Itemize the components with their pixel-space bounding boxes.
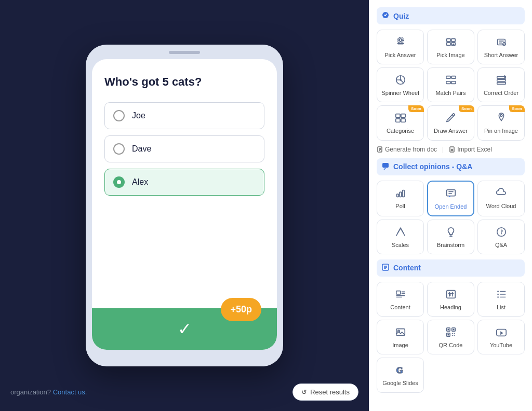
grid-item-content[interactable]: Content <box>377 282 424 317</box>
org-text: organization? Contact us. <box>10 388 87 396</box>
grid-item-google-slides[interactable]: G Google Slides <box>377 358 424 392</box>
heading-label: Heading <box>440 304 461 311</box>
qna-label: Q&A <box>495 242 507 249</box>
left-panel: Who's got 5 cats? Joe Dave Alex ✓ +50p <box>0 0 369 411</box>
svg-rect-23 <box>401 114 405 117</box>
reset-button[interactable]: ↺ Reset results <box>292 383 358 401</box>
svg-text:H: H <box>449 293 451 296</box>
quiz-content: Who's got 5 cats? Joe Dave Alex <box>92 59 277 308</box>
open-ended-icon <box>445 187 457 200</box>
image-label: Image <box>392 342 408 349</box>
phone-footer: ✓ +50p <box>92 308 277 350</box>
import-excel[interactable]: Import Excel <box>449 146 492 153</box>
grid-item-qr-code[interactable]: QR Code <box>427 320 474 354</box>
answer-joe-label: Joe <box>132 111 145 120</box>
google-slides-icon: G <box>395 363 406 377</box>
grid-item-poll[interactable]: Poll <box>377 181 424 216</box>
grid-item-open-ended[interactable]: Open Ended <box>427 181 474 216</box>
answer-joe[interactable]: Joe <box>104 102 264 129</box>
qna-icon <box>496 225 507 239</box>
grid-item-match-pairs[interactable]: Match Pairs <box>427 67 474 102</box>
qr-code-icon <box>445 325 457 339</box>
opinions-grid: Poll Open Ended Word Cloud Scales <box>377 181 525 254</box>
svg-rect-3 <box>397 43 403 44</box>
answer-alex-label: Alex <box>132 177 148 187</box>
grid-item-categorise[interactable]: Soon Categorise <box>377 105 424 140</box>
content-label: Content <box>390 304 410 311</box>
svg-rect-22 <box>395 114 400 117</box>
grid-item-pin-on-image[interactable]: Soon Pin on Image <box>477 105 525 140</box>
check-icon: ✓ <box>178 319 192 339</box>
svg-rect-36 <box>396 291 400 294</box>
grid-item-word-cloud[interactable]: Word Cloud <box>477 181 525 216</box>
content-section-header: Content <box>377 259 525 277</box>
svg-rect-17 <box>451 76 455 79</box>
quiz-question: Who's got 5 cats? <box>104 75 264 90</box>
answer-alex[interactable]: Alex <box>104 169 264 196</box>
bottom-bar: organization? Contact us. ↺ Reset result… <box>0 383 369 401</box>
svg-text:G: G <box>396 365 403 375</box>
phone-screen: Who's got 5 cats? Joe Dave Alex ✓ +50p <box>92 59 277 350</box>
quiz-section-header: Quiz <box>377 7 525 24</box>
radio-alex <box>113 176 125 188</box>
contact-link[interactable]: Contact us. <box>53 388 87 396</box>
opinions-section-label: Collect opinions - Q&A <box>393 162 472 171</box>
open-ended-label: Open Ended <box>435 203 467 210</box>
word-cloud-label: Word Cloud <box>486 203 516 210</box>
grid-item-heading[interactable]: H Heading <box>427 282 474 317</box>
answer-dave-label: Dave <box>132 144 151 154</box>
svg-rect-48 <box>453 329 454 331</box>
reset-icon: ↺ <box>301 388 307 396</box>
list-icon <box>496 287 507 301</box>
grid-item-image[interactable]: Image <box>377 320 424 354</box>
grid-item-list[interactable]: List <box>477 282 525 317</box>
grid-item-youtube[interactable]: YouTube <box>477 320 525 354</box>
grid-item-spinner-wheel[interactable]: Spinner Wheel <box>377 67 424 102</box>
svg-point-39 <box>497 291 499 292</box>
radio-joe <box>113 110 125 121</box>
grid-item-brainstorm[interactable]: Brainstorm <box>427 220 474 254</box>
categorise-icon <box>395 111 406 125</box>
spinner-wheel-label: Spinner Wheel <box>381 90 419 97</box>
short-answer-label: Short Answer <box>484 52 518 59</box>
svg-point-4 <box>398 39 400 40</box>
svg-rect-30 <box>396 194 398 197</box>
points-badge: +50p <box>221 298 261 321</box>
svg-rect-18 <box>451 81 455 84</box>
pick-image-label: Pick Image <box>436 52 464 59</box>
content-grid: Content H Heading List Image <box>377 282 525 393</box>
svg-rect-8 <box>446 43 450 46</box>
heading-icon: H <box>445 287 457 301</box>
pick-image-icon <box>445 35 457 49</box>
quiz-section-label: Quiz <box>393 12 409 20</box>
svg-point-26 <box>500 115 502 117</box>
quiz-section-icon <box>382 11 389 20</box>
draw-answer-icon <box>445 111 457 125</box>
grid-item-pick-image[interactable]: Pick Image <box>427 30 474 64</box>
grid-item-qna[interactable]: Q&A <box>477 220 525 254</box>
image-icon <box>395 325 406 339</box>
pin-on-image-soon-badge: Soon <box>509 105 525 112</box>
match-pairs-icon <box>445 73 457 87</box>
reset-label: Reset results <box>310 388 350 396</box>
right-panel: Quiz Pick Answer Pick Image Short Answer <box>369 0 532 411</box>
answer-dave[interactable]: Dave <box>104 135 264 162</box>
youtube-label: YouTube <box>490 342 512 349</box>
grid-item-pick-answer[interactable]: Pick Answer <box>377 30 424 64</box>
svg-point-5 <box>401 39 402 40</box>
opinions-section-icon <box>382 162 389 171</box>
word-cloud-icon <box>496 186 507 200</box>
opinions-section-header: Collect opinions - Q&A <box>377 158 525 175</box>
grid-item-draw-answer[interactable]: Soon Draw Answer <box>427 105 474 140</box>
match-pairs-label: Match Pairs <box>435 90 466 97</box>
svg-rect-15 <box>446 76 450 79</box>
grid-item-short-answer[interactable]: Short Answer <box>477 30 525 64</box>
svg-rect-42 <box>396 329 405 336</box>
categorise-soon-badge: Soon <box>408 105 424 112</box>
svg-rect-29 <box>382 163 389 168</box>
quiz-grid: Pick Answer Pick Image Short Answer Spin… <box>377 30 525 141</box>
grid-item-correct-order[interactable]: Correct Order <box>477 67 525 102</box>
grid-item-scales[interactable]: Scales <box>377 220 424 254</box>
generate-from-doc[interactable]: Generate from doc <box>377 146 437 153</box>
content-section-label: Content <box>393 264 421 272</box>
